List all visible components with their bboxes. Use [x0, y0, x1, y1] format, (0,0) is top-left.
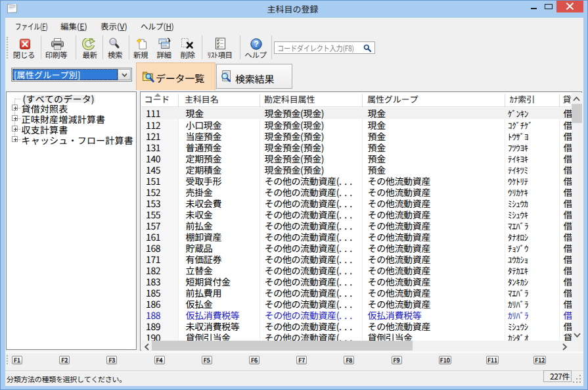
svg-text:?: ? [254, 38, 259, 49]
